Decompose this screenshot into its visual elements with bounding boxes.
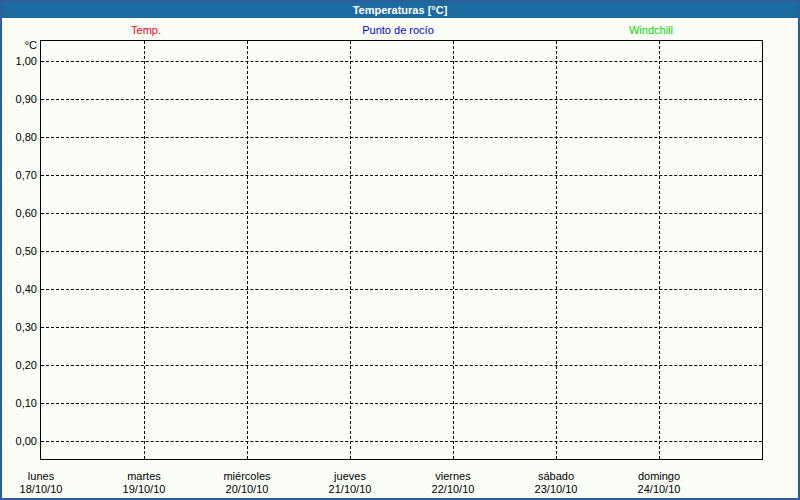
y-axis-unit-label: °C	[0, 38, 37, 52]
vertical-gridline	[350, 41, 351, 459]
x-tick-day: miércoles	[223, 470, 270, 483]
plot-area: °C 1,000,900,800,700,600,500,400,300,200…	[40, 40, 763, 460]
y-tick-label: 0,60	[0, 206, 37, 220]
y-tick-label: 0,70	[0, 168, 37, 182]
y-tick-label: 0,80	[0, 130, 37, 144]
vertical-gridline	[453, 41, 454, 459]
x-tick-day: viernes	[432, 470, 475, 483]
horizontal-gridline	[41, 289, 762, 290]
x-tick-date: 21/10/10	[329, 483, 372, 496]
horizontal-gridline	[41, 403, 762, 404]
y-tick-label: 0,10	[0, 396, 37, 410]
y-tick-label: 0,30	[0, 320, 37, 334]
x-tick-date: 22/10/10	[432, 483, 475, 496]
x-tick-day: sábado	[535, 470, 578, 483]
x-tick-label: miércoles20/10/10	[223, 470, 270, 496]
x-tick-day: martes	[123, 470, 166, 483]
x-tick-date: 24/10/10	[638, 483, 681, 496]
x-tick-label: martes19/10/10	[123, 470, 166, 496]
legend-item-dew-point: Punto de rocío	[362, 24, 434, 37]
x-tick-date: 23/10/10	[535, 483, 578, 496]
y-tick-label: 0,50	[0, 244, 37, 258]
horizontal-gridline	[41, 327, 762, 328]
horizontal-gridline	[41, 61, 762, 62]
horizontal-gridline	[41, 175, 762, 176]
legend-item-temp: Temp.	[131, 24, 161, 37]
y-tick-label: 1,00	[0, 54, 37, 68]
x-tick-label: sábado23/10/10	[535, 470, 578, 496]
x-tick-date: 18/10/10	[20, 483, 63, 496]
y-tick-label: 0,90	[0, 92, 37, 106]
x-tick-date: 19/10/10	[123, 483, 166, 496]
x-tick-label: domingo24/10/10	[638, 470, 681, 496]
horizontal-gridline	[41, 251, 762, 252]
vertical-gridline	[556, 41, 557, 459]
y-tick-label: 0,00	[0, 434, 37, 448]
chart-title: Temperaturas [°C]	[2, 2, 798, 18]
vertical-gridline	[144, 41, 145, 459]
horizontal-gridline	[41, 137, 762, 138]
x-tick-date: 20/10/10	[223, 483, 270, 496]
horizontal-gridline	[41, 99, 762, 100]
chart-window: Temperaturas [°C] Temp. Punto de rocío W…	[0, 0, 800, 500]
x-tick-day: domingo	[638, 470, 681, 483]
x-tick-label: jueves21/10/10	[329, 470, 372, 496]
x-tick-day: lunes	[20, 470, 63, 483]
x-tick-day: jueves	[329, 470, 372, 483]
horizontal-gridline	[41, 365, 762, 366]
legend-item-windchill: Windchill	[629, 24, 673, 37]
y-tick-label: 0,40	[0, 282, 37, 296]
horizontal-gridline	[41, 213, 762, 214]
x-tick-label: viernes22/10/10	[432, 470, 475, 496]
horizontal-gridline	[41, 441, 762, 442]
vertical-gridline	[659, 41, 660, 459]
y-tick-label: 0,20	[0, 358, 37, 372]
vertical-gridline	[247, 41, 248, 459]
x-tick-label: lunes18/10/10	[20, 470, 63, 496]
